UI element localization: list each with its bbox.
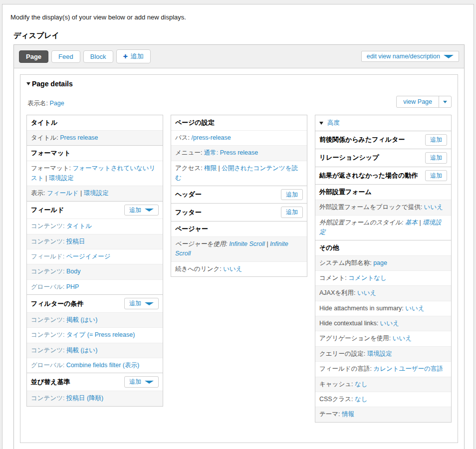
setting-label: アグリゲーションを使用: <box>319 335 393 342</box>
setting-row: キャッシュ: なし <box>315 377 451 392</box>
add-button-label: 追加 <box>430 136 442 144</box>
setting-link[interactable]: いいえ <box>223 265 242 272</box>
advanced-toggle[interactable]: 高度 <box>315 115 451 131</box>
setting-link[interactable]: カレントユーザーの言語 <box>373 365 443 372</box>
setting-link[interactable]: 環境設定 <box>49 175 74 182</box>
tab-block[interactable]: Block <box>83 50 113 63</box>
views-edit-page: Modify the display(s) of your view below… <box>2 4 474 449</box>
page-details-panel: Page details 表示名: Page view Page タイトルタイト… <box>20 74 458 443</box>
setting-link[interactable]: /press-release <box>192 134 231 141</box>
add-display-button[interactable]: ✚ 追加 <box>116 49 151 63</box>
setting-link[interactable]: Body <box>66 268 81 275</box>
setting-link[interactable]: page <box>373 259 387 266</box>
bucket-title: ヘッダー <box>175 190 202 199</box>
setting-link[interactable]: コメントなし <box>348 274 387 281</box>
settings-column: ページの設定パス: /press-releaseメニュー: 通常: Press … <box>171 115 307 277</box>
dropdown-arrow-icon <box>145 302 154 305</box>
setting-link[interactable]: Infinite Scroll <box>229 240 265 247</box>
add-button[interactable]: 追加 <box>281 189 303 201</box>
setting-row: CSSクラス: なし <box>315 392 451 407</box>
setting-label: | <box>418 219 423 226</box>
view-page-caret[interactable] <box>439 96 451 107</box>
setting-link[interactable]: いいえ <box>357 289 376 296</box>
add-button[interactable]: 追加 <box>124 376 159 388</box>
tab-feed[interactable]: Feed <box>51 50 80 63</box>
tab-page[interactable]: Page <box>19 50 48 63</box>
setting-link[interactable]: タイトル <box>66 223 92 229</box>
setting-link[interactable]: ページイメージ <box>66 253 111 260</box>
bucket-title: フィールド <box>31 206 64 215</box>
setting-link[interactable]: Press release <box>60 134 98 141</box>
setting-prefix: コンテンツ: <box>31 238 66 245</box>
setting-link[interactable]: なし <box>355 396 368 403</box>
setting-link[interactable]: 投稿日 (降順) <box>66 395 103 402</box>
setting-link[interactable]: 権限 <box>204 165 217 172</box>
setting-row: コンテンツ: タイトル <box>27 219 163 233</box>
setting-link[interactable]: なし <box>355 381 368 388</box>
plus-icon: ✚ <box>123 54 128 59</box>
setting-link[interactable]: PHP <box>66 283 79 290</box>
setting-link[interactable]: 掲載 (はい) <box>66 347 97 354</box>
setting-label: Hide attachments in summary: <box>319 305 405 312</box>
setting-link[interactable]: いいえ <box>405 305 424 312</box>
bucket-header: ページの設定 <box>171 115 307 130</box>
setting-row: パス: /press-release <box>171 130 307 145</box>
page-details-toggle[interactable]: Page details <box>26 80 452 88</box>
setting-label: 続きへのリンク: <box>175 265 223 272</box>
setting-label: フィールドの言語: <box>319 365 373 372</box>
bucket-header: 並び替え基準追加 <box>27 373 163 391</box>
edit-view-name-label: edit view name/description <box>367 53 440 60</box>
setting-label: パス: <box>175 134 192 141</box>
setting-link[interactable]: 投稿日 <box>66 238 85 245</box>
details-subrow: 表示名: Page view Page <box>27 96 452 108</box>
advanced-link[interactable]: 高度 <box>327 119 340 127</box>
setting-link[interactable]: いいえ <box>380 320 399 327</box>
setting-link[interactable]: Combine fields filter (表示) <box>66 362 140 369</box>
setting-row: テーマ: 情報 <box>315 407 451 422</box>
add-button[interactable]: 追加 <box>425 170 447 182</box>
setting-row: フィールド: ページイメージ <box>27 249 163 264</box>
add-button[interactable]: 追加 <box>124 205 159 216</box>
setting-link[interactable]: 環境設定 <box>367 350 392 357</box>
view-page-button[interactable]: view Page <box>396 96 452 108</box>
setting-row: グローバル: Combine fields filter (表示) <box>27 358 163 373</box>
setting-prefix: コンテンツ: <box>31 347 66 354</box>
bucket-header: フォーマット <box>27 145 163 161</box>
bucket-header: その他 <box>315 240 451 255</box>
setting-label: | <box>44 175 49 182</box>
setting-label: クエリーの設定: <box>319 350 367 357</box>
setting-row: 外部設置フォームのスタイル: 基本 | 環境設定 <box>315 215 451 240</box>
bucket-title: その他 <box>319 243 339 252</box>
add-button[interactable]: 追加 <box>425 152 447 164</box>
setting-link[interactable]: いいえ <box>393 335 412 342</box>
add-button-label: 追加 <box>129 299 141 308</box>
setting-label: 表示: <box>31 190 47 197</box>
setting-label: ページャーを使用: <box>175 240 229 247</box>
setting-label: フォーマット: <box>31 165 72 172</box>
setting-row: Hide contextual links: いいえ <box>315 316 451 331</box>
setting-row: AJAXを利用: いいえ <box>315 285 451 300</box>
setting-link[interactable]: 基本 <box>405 219 418 226</box>
setting-link[interactable]: 環境設定 <box>84 190 109 197</box>
edit-view-name-button[interactable]: edit view name/description <box>361 51 459 62</box>
setting-link[interactable]: フィールド <box>47 190 79 197</box>
setting-label: 外部設置フォームのスタイル: <box>319 219 405 226</box>
display-tab-strip: Page Feed Block ✚ 追加 edit view name/desc… <box>14 45 464 68</box>
setting-link[interactable]: 通常: Press release <box>204 149 258 156</box>
bucket-header: 結果が返されなかった場合の動作追加 <box>315 167 451 185</box>
setting-link[interactable]: 掲載 (はい) <box>66 316 97 323</box>
setting-link[interactable]: 情報 <box>342 411 354 418</box>
setting-row: アクセス: 権限 | 公開されたコンテンツを読む <box>171 161 307 186</box>
setting-prefix: グローバル: <box>31 283 66 290</box>
add-button[interactable]: 追加 <box>124 298 159 309</box>
setting-link[interactable]: いいえ <box>424 204 443 211</box>
add-button-label: 追加 <box>286 191 298 199</box>
add-button[interactable]: 追加 <box>425 134 447 146</box>
collapse-triangle-icon <box>319 122 323 125</box>
setting-link[interactable]: タイプ (= Press release) <box>66 331 135 338</box>
display-name-link[interactable]: Page <box>49 100 64 107</box>
setting-label: | <box>265 240 270 247</box>
add-button[interactable]: 追加 <box>281 207 303 218</box>
setting-label: タイトル: <box>31 134 60 141</box>
bucket-header: リレーションシップ追加 <box>315 149 451 167</box>
